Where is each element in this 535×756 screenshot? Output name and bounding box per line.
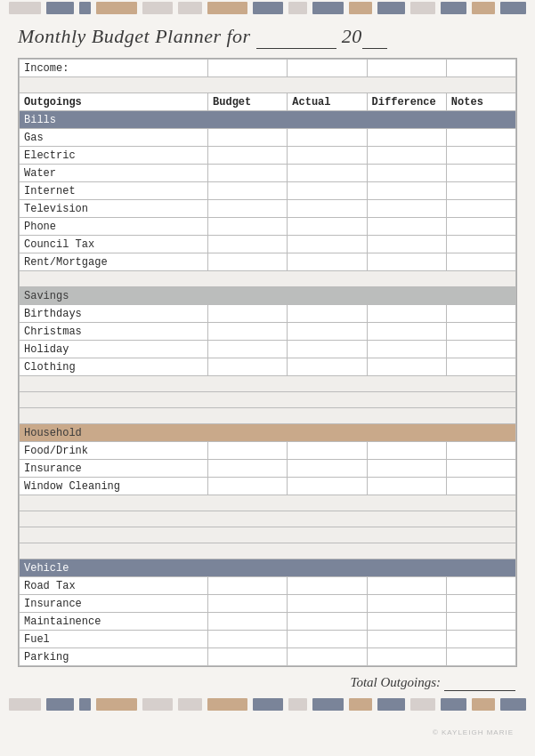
row-insurance-vehicle: Insurance [20,595,516,613]
page: Monthly Budget Planner for 20 Income: [0,0,535,756]
row-gas: Gas [20,129,516,147]
deco-block [500,698,526,711]
col-actual-header: Actual [288,93,367,111]
col-outgoings-header: Outgoings [20,93,208,111]
household-blank-3 [20,527,516,543]
budget-table: Income: Outgoings Budget Actual Differen… [19,59,516,666]
deco-block [79,2,91,14]
deco-block [178,2,202,14]
deco-block [410,698,436,711]
deco-block [142,2,173,14]
item-clothing: Clothing [20,358,208,376]
row-council-tax: Council Tax [20,236,516,253]
deco-block [46,2,73,14]
item-water: Water [20,165,208,182]
col-notes-header: Notes [446,93,515,111]
deco-block [207,2,248,14]
row-birthdays: Birthdays [20,305,516,323]
vehicle-label: Vehicle [20,559,516,577]
item-rent-mortgage: Rent/Mortgage [20,253,208,271]
bills-spacer [20,271,516,287]
row-clothing: Clothing [20,358,516,376]
item-insurance-household: Insurance [20,460,208,478]
col-budget-header: Budget [208,93,288,111]
household-blank-2 [20,511,516,527]
deco-block [500,2,526,14]
row-window-cleaning: Window Cleaning [20,478,516,495]
deco-block [312,2,343,14]
item-birthdays: Birthdays [20,305,208,323]
income-actual [288,60,367,77]
row-water: Water [20,165,516,182]
income-budget [208,60,288,77]
row-electric: Electric [20,147,516,165]
item-window-cleaning: Window Cleaning [20,478,208,495]
savings-blank-2 [20,392,516,408]
deco-block [349,2,373,14]
deco-block [96,698,137,711]
total-outgoings-line [444,674,515,691]
deco-block [9,2,41,14]
item-phone: Phone [20,218,208,236]
deco-block [96,2,137,14]
item-maintainence: Maintainence [20,613,208,631]
household-blank-1 [20,495,516,511]
deco-block [349,698,373,711]
category-bills-header: Bills [20,111,516,129]
category-household-header: Household [20,424,516,442]
watermark: © KAYLEIGH MARIE [433,728,514,736]
deco-block [377,2,404,14]
income-difference [367,60,446,77]
row-parking: Parking [20,648,516,666]
savings-label: Savings [20,287,516,305]
income-notes [446,60,515,77]
item-christmas: Christmas [20,323,208,341]
row-phone: Phone [20,218,516,236]
income-label: Income: [20,60,208,77]
deco-block [9,698,41,711]
item-gas: Gas [20,129,208,147]
row-road-tax: Road Tax [20,577,516,595]
household-spacer [20,543,516,559]
deco-block [253,2,283,14]
row-christmas: Christmas [20,323,516,341]
total-outgoings-area: Total Outgoings: [0,671,535,693]
item-fuel: Fuel [20,631,208,648]
item-electric: Electric [20,147,208,165]
bottom-deco-bar [0,696,535,712]
row-holiday: Holiday [20,341,516,358]
row-internet: Internet [20,182,516,200]
deco-block [178,698,202,711]
item-holiday: Holiday [20,341,208,358]
deco-block [288,698,307,711]
row-television: Television [20,200,516,218]
page-title: Monthly Budget Planner for 20 [0,20,535,54]
deco-block [312,698,343,711]
row-fuel: Fuel [20,631,516,648]
deco-block [46,698,73,711]
deco-block [288,2,307,14]
item-internet: Internet [20,182,208,200]
household-label: Household [20,424,516,442]
item-food-drink: Food/Drink [20,442,208,460]
deco-block [441,698,466,711]
deco-block [377,698,404,711]
savings-blank-1 [20,376,516,392]
bills-label: Bills [20,111,516,129]
column-header-row: Outgoings Budget Actual Difference Notes [20,93,516,111]
deco-block [410,2,436,14]
total-outgoings-label: Total Outgoings: [350,675,441,689]
row-food-drink: Food/Drink [20,442,516,460]
deco-block [472,2,496,14]
col-difference-header: Difference [367,93,446,111]
category-vehicle-header: Vehicle [20,559,516,577]
deco-block [79,698,91,711]
budget-table-container: Income: Outgoings Budget Actual Differen… [18,58,517,667]
item-insurance-vehicle: Insurance [20,595,208,613]
spacer-row [20,77,516,93]
item-television: Television [20,200,208,218]
row-rent-mortgage: Rent/Mortgage [20,253,516,271]
item-parking: Parking [20,648,208,666]
item-road-tax: Road Tax [20,577,208,595]
deco-block [441,2,466,14]
